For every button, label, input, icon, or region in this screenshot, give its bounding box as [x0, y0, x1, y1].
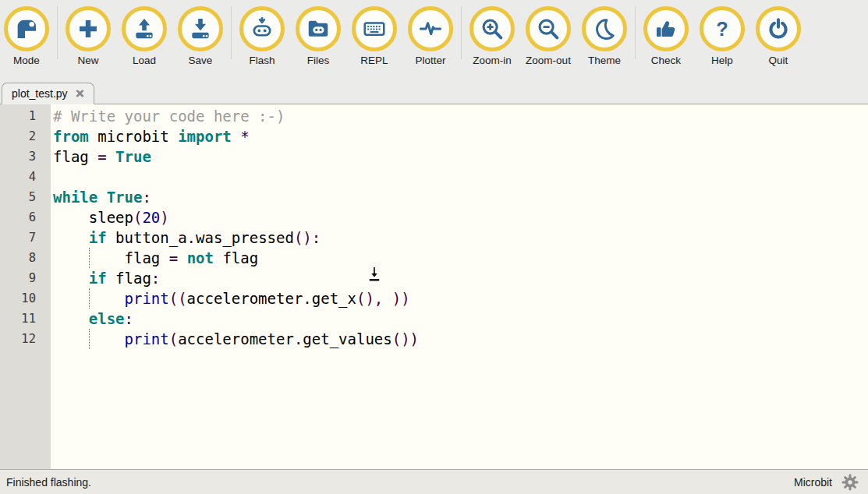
- code-line: 4: [0, 167, 868, 187]
- toolbar-label-zoom-out: Zoom-out: [526, 55, 571, 66]
- code-line: 8 flag = not flag: [0, 248, 868, 268]
- toolbar-button-zoom-out[interactable]: Zoom-out: [522, 6, 575, 66]
- code-line: 5while True:: [0, 187, 868, 207]
- toolbar: ModeNewLoadSaveFlashFilesREPLPlotterZoom…: [0, 0, 868, 82]
- code-line-text: # Write your code here :-): [51, 106, 868, 126]
- code-line: 1# Write your code here :-): [0, 106, 868, 126]
- code-line: 3flag = True: [0, 146, 868, 167]
- power-icon: [756, 6, 801, 51]
- code-line: 2from microbit import *: [0, 126, 868, 146]
- toolbar-button-mode[interactable]: Mode: [0, 6, 53, 66]
- code-line: 11 else:: [0, 309, 868, 329]
- line-number: 1: [0, 106, 51, 126]
- code-line: 6 sleep(20): [0, 207, 868, 228]
- toolbar-label-help: Help: [711, 55, 733, 66]
- plus-icon: [66, 6, 111, 51]
- line-number: 2: [0, 126, 51, 146]
- code-line: 10 print((accelerometer.get_x(), )): [0, 288, 868, 309]
- line-number: 11: [0, 309, 51, 329]
- code-line: 12 print(accelerometer.get_values()): [0, 329, 868, 349]
- code-line: 9 if flag:: [0, 268, 868, 288]
- code-area: 1# Write your code here :-)2from microbi…: [0, 106, 868, 349]
- code-line-text: if flag:: [51, 268, 868, 288]
- line-number: 12: [0, 329, 51, 349]
- svg-text:?: ?: [716, 18, 728, 40]
- microbit-flash-icon: [239, 6, 285, 51]
- toolbar-button-save[interactable]: Save: [174, 6, 227, 66]
- tab-bar: plot_test.py ✕: [0, 82, 868, 104]
- code-line-text: flag = True: [51, 146, 868, 167]
- toolbar-label-plotter: Plotter: [415, 55, 445, 66]
- code-line-text: [51, 167, 868, 187]
- code-line-text: flag = not flag: [51, 248, 868, 268]
- toolbar-button-plotter[interactable]: Plotter: [404, 6, 457, 66]
- magnifier-plus-icon: [469, 6, 515, 51]
- line-number: 9: [0, 268, 51, 288]
- code-line-text: sleep(20): [51, 207, 868, 228]
- line-number: 3: [0, 146, 51, 167]
- download-icon: [178, 6, 223, 51]
- code-line-text: from microbit import *: [51, 126, 868, 146]
- toolbar-label-zoom-in: Zoom-in: [473, 55, 512, 66]
- tab-plot-test-py[interactable]: plot_test.py ✕: [2, 83, 94, 104]
- toolbar-button-repl[interactable]: REPL: [348, 6, 401, 66]
- toolbar-button-check[interactable]: Check: [639, 6, 693, 66]
- status-bar: Finished flashing. Microbit: [0, 469, 868, 494]
- keyboard-icon: [352, 6, 397, 51]
- toolbar-separator: [231, 6, 232, 59]
- toolbar-separator: [57, 6, 58, 59]
- toolbar-label-quit: Quit: [769, 55, 788, 66]
- toolbar-button-flash[interactable]: Flash: [236, 6, 289, 66]
- tab-close-icon[interactable]: ✕: [76, 87, 85, 100]
- question-icon: ?: [700, 6, 745, 51]
- folder-icon: [296, 6, 341, 51]
- settings-gear-icon[interactable]: [840, 472, 860, 492]
- toolbar-label-check: Check: [651, 55, 681, 66]
- line-number: 6: [0, 207, 51, 228]
- thumbs-up-icon: [643, 6, 689, 51]
- toolbar-button-load[interactable]: Load: [118, 6, 171, 66]
- line-number: 4: [0, 167, 51, 187]
- status-message: Finished flashing.: [6, 476, 91, 489]
- toolbar-separator: [461, 6, 462, 59]
- indent-guide: [89, 288, 90, 309]
- toolbar-label-repl: REPL: [360, 55, 388, 66]
- code-line-text: print((accelerometer.get_x(), )): [51, 288, 868, 309]
- toolbar-label-new: New: [77, 55, 98, 66]
- toolbar-label-load: Load: [133, 55, 156, 66]
- tab-label: plot_test.py: [12, 87, 68, 100]
- mode-icon: [4, 6, 49, 51]
- mode-indicator[interactable]: Microbit: [794, 476, 832, 489]
- code-line-text: if button_a.was_pressed():: [51, 228, 868, 248]
- line-number: 7: [0, 228, 51, 248]
- toolbar-label-theme: Theme: [588, 55, 621, 66]
- code-line: 7 if button_a.was_pressed():: [0, 228, 868, 248]
- line-number: 5: [0, 187, 51, 207]
- toolbar-label-mode: Mode: [13, 55, 40, 66]
- toolbar-button-theme[interactable]: Theme: [578, 6, 631, 66]
- toolbar-button-new[interactable]: New: [62, 6, 115, 66]
- toolbar-label-save: Save: [189, 55, 213, 66]
- line-number: 10: [0, 288, 51, 309]
- code-line-text: print(accelerometer.get_values()): [51, 329, 868, 349]
- toolbar-label-flash: Flash: [249, 55, 275, 66]
- code-line-text: while True:: [51, 187, 868, 207]
- toolbar-button-zoom-in[interactable]: Zoom-in: [466, 6, 519, 66]
- toolbar-button-quit[interactable]: Quit: [752, 6, 805, 66]
- waveform-icon: [408, 6, 453, 51]
- upload-icon: [122, 6, 167, 51]
- toolbar-button-files[interactable]: Files: [292, 6, 345, 66]
- mu-editor-window: ModeNewLoadSaveFlashFilesREPLPlotterZoom…: [0, 0, 868, 494]
- moon-icon: [582, 6, 627, 51]
- toolbar-button-help[interactable]: ?Help: [696, 6, 749, 66]
- download-cursor-icon: [364, 264, 384, 284]
- toolbar-separator: [635, 6, 636, 59]
- indent-guide: [89, 329, 90, 349]
- indent-guide: [89, 248, 90, 268]
- code-line-text: else:: [51, 309, 868, 329]
- code-editor[interactable]: 1# Write your code here :-)2from microbi…: [0, 104, 868, 469]
- toolbar-label-files: Files: [307, 55, 330, 66]
- magnifier-minus-icon: [526, 6, 571, 51]
- status-bar-right: Microbit: [794, 472, 860, 492]
- line-number: 8: [0, 248, 51, 268]
